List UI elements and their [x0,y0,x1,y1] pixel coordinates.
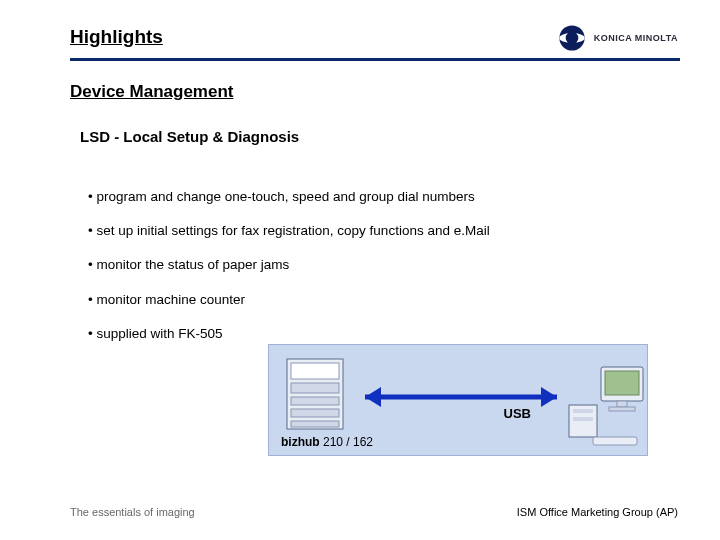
svg-rect-13 [605,371,639,395]
svg-rect-4 [291,363,339,379]
svg-rect-8 [291,421,339,427]
svg-marker-18 [365,387,381,407]
bullet-text: set up initial settings for fax registra… [96,223,489,238]
tagline: The essentials of imaging [70,506,195,518]
subtitle: Device Management [70,82,233,102]
bullet-text: monitor the status of paper jams [96,257,289,272]
diagram-usb-label: USB [504,406,531,421]
diagram-device-brand: bizhub [281,435,320,449]
svg-rect-6 [291,397,339,405]
pc-monitor-icon [569,367,643,445]
usb-double-arrow-icon [365,387,557,407]
brand-block: KONICA MINOLTA [558,24,678,52]
diagram-device-models: 210 / 162 [320,435,373,449]
svg-rect-14 [617,401,627,407]
mfp-printer-icon [287,359,343,429]
svg-rect-5 [291,383,339,393]
slide: Highlights KONICA MINOLTA Device Managem… [0,0,720,540]
svg-rect-10 [573,409,593,413]
connection-diagram: USB bizhub 210 / 162 [268,344,648,456]
svg-rect-7 [291,409,339,417]
title-rule [70,58,680,61]
list-item: • monitor the status of paper jams [88,256,660,274]
svg-rect-11 [573,417,593,421]
bullet-text: program and change one-touch, speed and … [96,189,474,204]
svg-rect-16 [593,437,637,445]
bullet-text: supplied with FK-505 [96,326,222,341]
list-item: • program and change one-touch, speed an… [88,188,660,206]
svg-rect-15 [609,407,635,411]
brand-name: KONICA MINOLTA [594,33,678,43]
bullet-text: monitor machine counter [96,292,245,307]
svg-marker-19 [541,387,557,407]
svg-point-2 [565,32,578,45]
footer-text: ISM Office Marketing Group (AP) [517,506,678,518]
section-heading: LSD - Local Setup & Diagnosis [80,128,299,145]
list-item: • monitor machine counter [88,291,660,309]
bullet-list: • program and change one-touch, speed an… [88,188,660,359]
konica-minolta-logo-icon [558,24,586,52]
list-item: • supplied with FK-505 [88,325,660,343]
list-item: • set up initial settings for fax regist… [88,222,660,240]
diagram-device-label: bizhub 210 / 162 [281,435,373,449]
